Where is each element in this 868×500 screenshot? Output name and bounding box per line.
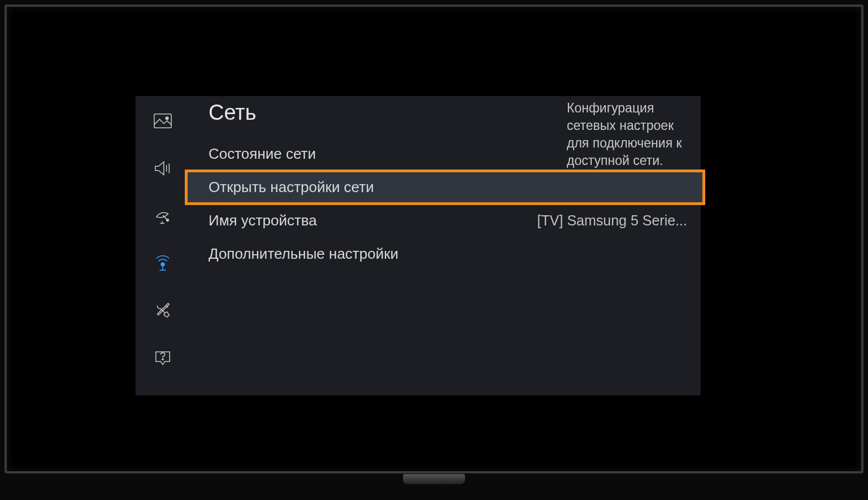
description-text: Конфигурация сетевых настроек для подклю… [567, 99, 697, 169]
tv-frame: Сеть Состояние сети Открыть настройки се… [5, 5, 863, 473]
picture-icon [153, 111, 172, 133]
menu-item-label: Состояние сети [209, 145, 316, 163]
sidebar-item-system[interactable] [153, 302, 173, 322]
satellite-icon [153, 206, 172, 228]
sidebar-item-picture[interactable] [153, 112, 173, 132]
menu-item-label: Имя устройства [209, 212, 317, 229]
svg-rect-0 [154, 114, 171, 128]
sidebar-item-sound[interactable] [153, 159, 173, 180]
settings-sidebar [136, 96, 189, 395]
menu-item-device-name[interactable]: Имя устройства [TV] Samsung 5 Serie... [189, 204, 701, 237]
svg-point-1 [166, 117, 168, 120]
svg-point-2 [166, 219, 168, 221]
tools-icon [153, 301, 172, 323]
menu-item-open-network-settings[interactable]: Открыть настройки сети [186, 171, 704, 204]
svg-point-3 [161, 263, 164, 266]
sidebar-item-network[interactable] [153, 254, 173, 275]
menu-item-expert-settings[interactable]: Дополнительные настройки [189, 237, 701, 271]
sidebar-item-support[interactable] [153, 349, 173, 369]
tv-stand [403, 474, 465, 484]
sound-icon [153, 159, 172, 180]
menu-item-value: [TV] Samsung 5 Serie... [537, 212, 687, 229]
support-icon [153, 349, 172, 370]
settings-main: Сеть Состояние сети Открыть настройки се… [189, 96, 701, 395]
tv-screen: Сеть Состояние сети Открыть настройки се… [17, 17, 851, 461]
menu-item-label: Дополнительные настройки [209, 245, 398, 263]
svg-point-4 [162, 359, 163, 360]
settings-panel: Сеть Состояние сети Открыть настройки се… [136, 96, 701, 395]
sidebar-item-broadcast[interactable] [153, 207, 173, 227]
menu-item-label: Открыть настройки сети [209, 179, 374, 196]
network-icon [153, 254, 172, 275]
